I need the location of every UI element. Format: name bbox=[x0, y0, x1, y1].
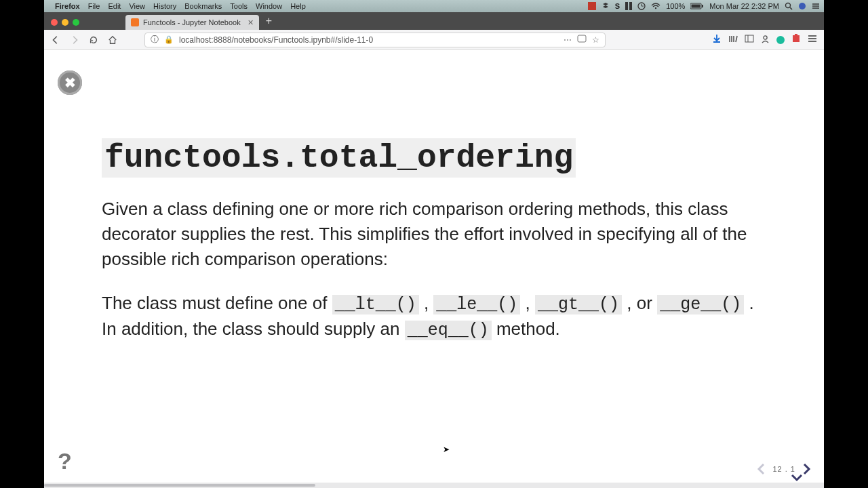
menu-file[interactable]: File bbox=[88, 2, 100, 10]
slide-text: , bbox=[424, 293, 433, 313]
code-le: __le__() bbox=[433, 295, 520, 314]
siri-icon[interactable] bbox=[798, 2, 806, 10]
slide-heading: functools.total_ordering bbox=[102, 138, 576, 178]
menu-view[interactable]: View bbox=[129, 2, 145, 10]
library-button[interactable] bbox=[728, 34, 738, 45]
slide-text: method. bbox=[496, 319, 560, 339]
clock[interactable]: Mon Mar 22 2:32 PM bbox=[709, 2, 779, 10]
downloads-button[interactable] bbox=[712, 34, 722, 45]
home-button[interactable] bbox=[105, 33, 120, 47]
slide-text: The class must define one of bbox=[102, 293, 332, 313]
forward-button[interactable] bbox=[67, 33, 82, 47]
lock-icon: 🔒 bbox=[164, 35, 174, 44]
new-tab-button[interactable]: + bbox=[259, 15, 279, 30]
svg-rect-1 bbox=[625, 2, 628, 10]
svg-rect-6 bbox=[692, 5, 701, 8]
window-close-button[interactable] bbox=[51, 19, 58, 26]
app-name[interactable]: Firefox bbox=[55, 2, 80, 10]
url-text: localhost:8888/notebooks/Functools.ipynb… bbox=[179, 35, 558, 45]
slide-paragraph-2: The class must define one of __lt__() , … bbox=[102, 291, 773, 343]
slide-text: , or bbox=[627, 293, 657, 313]
wifi-icon[interactable] bbox=[651, 3, 660, 9]
battery-icon[interactable] bbox=[690, 3, 704, 9]
slide-content: functools.total_ordering Given a class d… bbox=[102, 138, 773, 343]
svg-point-4 bbox=[655, 7, 656, 9]
bookmark-star-icon[interactable]: ☆ bbox=[592, 35, 599, 45]
svg-rect-15 bbox=[745, 35, 753, 42]
svg-rect-7 bbox=[702, 5, 703, 7]
menu-window[interactable]: Window bbox=[256, 2, 282, 10]
window-traffic-lights bbox=[47, 19, 85, 30]
code-ge: __ge__() bbox=[657, 295, 744, 314]
page-actions-icon[interactable]: ⋯ bbox=[564, 35, 572, 45]
reader-toggle-icon[interactable] bbox=[577, 35, 587, 45]
site-info-icon[interactable]: ⓘ bbox=[151, 34, 159, 45]
prev-slide-button[interactable] bbox=[755, 462, 768, 476]
extension-icon-2[interactable] bbox=[791, 34, 801, 45]
tab-strip: Functools - Jupyter Notebook ✕ + bbox=[44, 12, 824, 30]
address-bar[interactable]: ⓘ 🔒 localhost:8888/notebooks/Functools.i… bbox=[144, 33, 606, 47]
browser-tab[interactable]: Functools - Jupyter Notebook ✕ bbox=[125, 15, 259, 30]
svg-rect-14 bbox=[578, 35, 586, 42]
reload-button[interactable] bbox=[86, 33, 101, 47]
dropbox-icon[interactable] bbox=[601, 2, 610, 10]
slide-paragraph-1: Given a class defining one or more rich … bbox=[102, 197, 773, 272]
menu-help[interactable]: Help bbox=[290, 2, 306, 10]
spotlight-icon[interactable] bbox=[785, 2, 793, 10]
menubar-extra-icon-2[interactable] bbox=[625, 2, 632, 10]
battery-percent: 100% bbox=[666, 2, 685, 10]
time-machine-icon[interactable] bbox=[637, 2, 646, 10]
svg-rect-2 bbox=[629, 2, 632, 10]
svg-rect-19 bbox=[795, 34, 797, 37]
tab-close-button[interactable]: ✕ bbox=[248, 18, 254, 27]
sidebar-button[interactable] bbox=[745, 35, 754, 45]
close-icon: ✖ bbox=[64, 75, 76, 91]
svg-rect-0 bbox=[588, 2, 596, 10]
browser-toolbar: ⓘ 🔒 localhost:8888/notebooks/Functools.i… bbox=[44, 30, 824, 50]
mouse-cursor-icon: ➤ bbox=[443, 445, 450, 454]
back-button[interactable] bbox=[48, 33, 63, 47]
code-gt: __gt__() bbox=[535, 295, 622, 314]
slide-text: , bbox=[526, 293, 535, 313]
scrollbar-thumb[interactable] bbox=[44, 484, 315, 487]
menu-history[interactable]: History bbox=[153, 2, 176, 10]
slide-nav: 12 . 1 bbox=[755, 462, 813, 476]
code-eq: __eq__() bbox=[405, 321, 492, 340]
notification-center-icon[interactable] bbox=[812, 2, 820, 10]
svg-point-10 bbox=[799, 3, 806, 9]
account-button[interactable] bbox=[761, 35, 770, 45]
slide-area: ✖ functools.total_ordering Given a class… bbox=[44, 50, 824, 488]
window-minimize-button[interactable] bbox=[62, 19, 68, 26]
slide-help-button[interactable]: ? bbox=[58, 448, 72, 474]
mac-menubar: Firefox File Edit View History Bookmarks… bbox=[44, 0, 824, 12]
code-lt: __lt__() bbox=[332, 295, 419, 314]
svg-line-9 bbox=[790, 7, 792, 9]
extension-icon-1[interactable] bbox=[776, 36, 785, 44]
tab-title: Functools - Jupyter Notebook bbox=[143, 18, 241, 26]
exit-slideshow-button[interactable]: ✖ bbox=[58, 70, 82, 95]
jupyter-favicon-icon bbox=[131, 18, 139, 26]
menubar-letter-s-icon[interactable]: S bbox=[615, 2, 620, 10]
horizontal-scrollbar[interactable] bbox=[44, 483, 824, 488]
menu-edit[interactable]: Edit bbox=[108, 2, 121, 10]
svg-point-8 bbox=[786, 3, 791, 8]
menu-tools[interactable]: Tools bbox=[230, 2, 248, 10]
window-zoom-button[interactable] bbox=[73, 19, 79, 26]
svg-point-17 bbox=[764, 35, 767, 39]
app-menu-button[interactable] bbox=[808, 35, 817, 45]
menubar-extra-icon-1[interactable] bbox=[588, 2, 596, 10]
menu-bookmarks[interactable]: Bookmarks bbox=[184, 2, 222, 10]
